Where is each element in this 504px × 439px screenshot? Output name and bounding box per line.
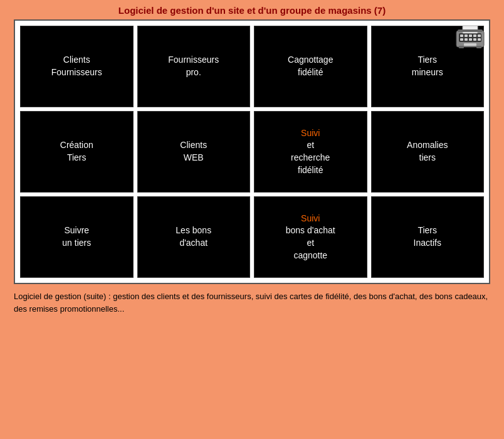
cell-cagnottage-fidelite[interactable]: Cagnottagefidélité (254, 26, 367, 107)
svg-rect-11 (478, 38, 481, 41)
cell-label: Suivibons d'achatetcagnotte (286, 213, 335, 262)
highlight-suivi: Suivi (301, 128, 320, 138)
grid-row-2: Suivreun tiers Les bonsd'achat Suivibons… (20, 196, 484, 278)
cell-fournisseurs-pro[interactable]: Fournisseurspro. (137, 26, 251, 107)
cell-suivi-bons-achat[interactable]: Suivibons d'achatetcagnotte (254, 196, 367, 278)
svg-rect-9 (469, 38, 472, 41)
svg-rect-15 (459, 46, 464, 48)
highlight-suivi2: Suivi (301, 213, 320, 223)
svg-rect-2 (460, 34, 463, 37)
svg-rect-10 (473, 38, 476, 41)
cell-suivi-recherche-fidelite[interactable]: Suivietrecherchefidélité (254, 111, 367, 193)
svg-rect-8 (465, 38, 468, 41)
cell-label: Suivietrecherchefidélité (291, 127, 330, 176)
svg-rect-13 (458, 29, 483, 32)
svg-rect-3 (465, 34, 468, 37)
cell-label: ClientsWEB (180, 139, 207, 164)
cell-label: Fournisseurspro. (168, 54, 219, 78)
svg-rect-14 (464, 43, 476, 46)
cell-label: Tiersmineurs (412, 54, 443, 78)
cell-creation-tiers[interactable]: CréationTiers (20, 111, 134, 193)
cell-label: Suivreun tiers (62, 225, 91, 249)
cell-les-bons-achat[interactable]: Les bonsd'achat (137, 196, 251, 278)
grid-row-0: ClientsFournisseurs Fournisseurspro. Cag… (20, 26, 484, 107)
grid-container: ClientsFournisseurs Fournisseurspro. Cag… (20, 26, 484, 278)
typewriter-icon (455, 24, 485, 50)
cell-label: Anomaliestiers (407, 139, 448, 164)
main-container: ClientsFournisseurs Fournisseurspro. Cag… (14, 19, 490, 284)
svg-rect-5 (473, 34, 476, 37)
cell-label: TiersInactifs (414, 225, 441, 249)
cell-label: Les bonsd'achat (176, 225, 211, 249)
cell-label: ClientsFournisseurs (51, 54, 102, 78)
svg-rect-4 (469, 34, 472, 37)
cell-suivre-tiers[interactable]: Suivreun tiers (20, 196, 134, 278)
page-title: Logiciel de gestion d'un site et d'un gr… (0, 0, 504, 19)
cell-clients-fournisseurs[interactable]: ClientsFournisseurs (20, 26, 134, 107)
cell-label: Cagnottagefidélité (288, 54, 333, 78)
cell-label: CréationTiers (60, 139, 93, 164)
grid-row-1: CréationTiers ClientsWEB Suivietrecherch… (20, 111, 484, 193)
svg-rect-6 (478, 34, 481, 37)
svg-rect-16 (476, 46, 481, 48)
cell-anomalies-tiers[interactable]: Anomaliestiers (371, 111, 485, 193)
footer-text: Logiciel de gestion (suite) : gestion de… (14, 290, 490, 315)
cell-clients-web[interactable]: ClientsWEB (137, 111, 251, 193)
cell-tiers-inactifs[interactable]: TiersInactifs (371, 196, 485, 278)
svg-rect-7 (460, 38, 463, 41)
